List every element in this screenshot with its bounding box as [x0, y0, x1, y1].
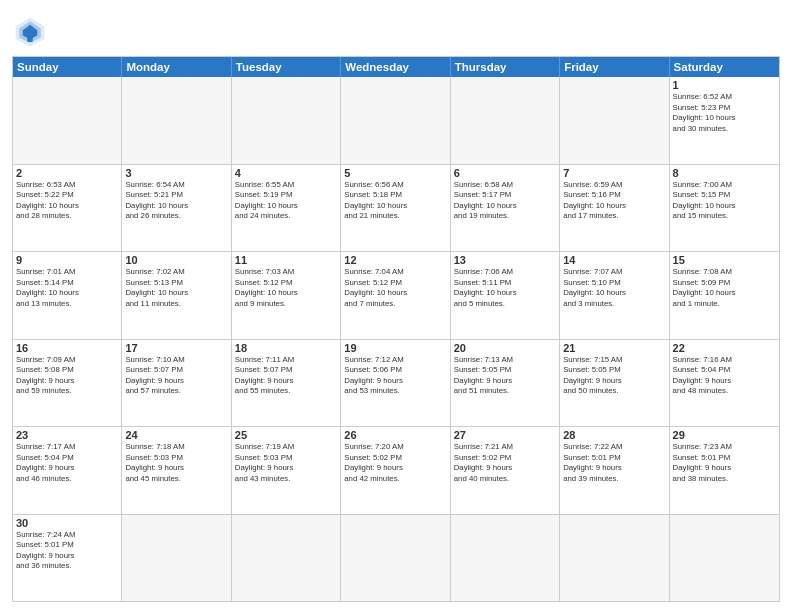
day-info: Sunrise: 7:11 AM Sunset: 5:07 PM Dayligh… — [235, 355, 337, 397]
day-number: 25 — [235, 429, 337, 441]
day-info: Sunrise: 7:18 AM Sunset: 5:03 PM Dayligh… — [125, 442, 227, 484]
calendar-cell: 14Sunrise: 7:07 AM Sunset: 5:10 PM Dayli… — [560, 252, 669, 339]
day-number: 5 — [344, 167, 446, 179]
calendar-cell — [232, 515, 341, 602]
calendar-cell: 25Sunrise: 7:19 AM Sunset: 5:03 PM Dayli… — [232, 427, 341, 514]
day-header-friday: Friday — [560, 57, 669, 77]
calendar-cell: 12Sunrise: 7:04 AM Sunset: 5:12 PM Dayli… — [341, 252, 450, 339]
calendar-cell: 7Sunrise: 6:59 AM Sunset: 5:16 PM Daylig… — [560, 165, 669, 252]
calendar-cell: 9Sunrise: 7:01 AM Sunset: 5:14 PM Daylig… — [13, 252, 122, 339]
calendar-cell: 24Sunrise: 7:18 AM Sunset: 5:03 PM Dayli… — [122, 427, 231, 514]
calendar-cell: 22Sunrise: 7:16 AM Sunset: 5:04 PM Dayli… — [670, 340, 779, 427]
calendar-cell — [451, 77, 560, 164]
calendar-cell: 4Sunrise: 6:55 AM Sunset: 5:19 PM Daylig… — [232, 165, 341, 252]
day-info: Sunrise: 7:10 AM Sunset: 5:07 PM Dayligh… — [125, 355, 227, 397]
day-number: 20 — [454, 342, 556, 354]
day-info: Sunrise: 7:13 AM Sunset: 5:05 PM Dayligh… — [454, 355, 556, 397]
day-number: 29 — [673, 429, 776, 441]
day-info: Sunrise: 7:08 AM Sunset: 5:09 PM Dayligh… — [673, 267, 776, 309]
day-info: Sunrise: 6:55 AM Sunset: 5:19 PM Dayligh… — [235, 180, 337, 222]
calendar-cell: 27Sunrise: 7:21 AM Sunset: 5:02 PM Dayli… — [451, 427, 560, 514]
day-header-sunday: Sunday — [13, 57, 122, 77]
calendar-cell: 26Sunrise: 7:20 AM Sunset: 5:02 PM Dayli… — [341, 427, 450, 514]
day-info: Sunrise: 7:04 AM Sunset: 5:12 PM Dayligh… — [344, 267, 446, 309]
calendar-cell: 6Sunrise: 6:58 AM Sunset: 5:17 PM Daylig… — [451, 165, 560, 252]
day-info: Sunrise: 6:52 AM Sunset: 5:23 PM Dayligh… — [673, 92, 776, 134]
day-number: 3 — [125, 167, 227, 179]
calendar-cell: 13Sunrise: 7:06 AM Sunset: 5:11 PM Dayli… — [451, 252, 560, 339]
calendar-cell: 15Sunrise: 7:08 AM Sunset: 5:09 PM Dayli… — [670, 252, 779, 339]
header — [12, 10, 780, 50]
day-info: Sunrise: 7:20 AM Sunset: 5:02 PM Dayligh… — [344, 442, 446, 484]
calendar-cell: 2Sunrise: 6:53 AM Sunset: 5:22 PM Daylig… — [13, 165, 122, 252]
calendar-cell: 16Sunrise: 7:09 AM Sunset: 5:08 PM Dayli… — [13, 340, 122, 427]
day-number: 7 — [563, 167, 665, 179]
day-header-wednesday: Wednesday — [341, 57, 450, 77]
day-header-tuesday: Tuesday — [232, 57, 341, 77]
day-number: 30 — [16, 517, 118, 529]
day-header-saturday: Saturday — [670, 57, 779, 77]
calendar-cell: 18Sunrise: 7:11 AM Sunset: 5:07 PM Dayli… — [232, 340, 341, 427]
calendar-cell: 23Sunrise: 7:17 AM Sunset: 5:04 PM Dayli… — [13, 427, 122, 514]
day-number: 26 — [344, 429, 446, 441]
day-number: 14 — [563, 254, 665, 266]
day-number: 18 — [235, 342, 337, 354]
day-number: 24 — [125, 429, 227, 441]
day-number: 21 — [563, 342, 665, 354]
calendar-cell: 8Sunrise: 7:00 AM Sunset: 5:15 PM Daylig… — [670, 165, 779, 252]
day-info: Sunrise: 7:23 AM Sunset: 5:01 PM Dayligh… — [673, 442, 776, 484]
calendar-cell — [122, 515, 231, 602]
day-info: Sunrise: 7:16 AM Sunset: 5:04 PM Dayligh… — [673, 355, 776, 397]
day-info: Sunrise: 7:01 AM Sunset: 5:14 PM Dayligh… — [16, 267, 118, 309]
day-number: 1 — [673, 79, 776, 91]
day-info: Sunrise: 7:19 AM Sunset: 5:03 PM Dayligh… — [235, 442, 337, 484]
calendar-cell: 11Sunrise: 7:03 AM Sunset: 5:12 PM Dayli… — [232, 252, 341, 339]
calendar-cell: 29Sunrise: 7:23 AM Sunset: 5:01 PM Dayli… — [670, 427, 779, 514]
logo-icon — [12, 14, 48, 50]
calendar-cell — [13, 77, 122, 164]
day-info: Sunrise: 7:06 AM Sunset: 5:11 PM Dayligh… — [454, 267, 556, 309]
day-info: Sunrise: 7:12 AM Sunset: 5:06 PM Dayligh… — [344, 355, 446, 397]
logo — [12, 14, 52, 50]
day-number: 4 — [235, 167, 337, 179]
day-info: Sunrise: 6:53 AM Sunset: 5:22 PM Dayligh… — [16, 180, 118, 222]
day-number: 23 — [16, 429, 118, 441]
day-info: Sunrise: 7:15 AM Sunset: 5:05 PM Dayligh… — [563, 355, 665, 397]
calendar-cell: 1Sunrise: 6:52 AM Sunset: 5:23 PM Daylig… — [670, 77, 779, 164]
day-info: Sunrise: 7:24 AM Sunset: 5:01 PM Dayligh… — [16, 530, 118, 572]
day-number: 10 — [125, 254, 227, 266]
calendar-cell — [560, 77, 669, 164]
calendar: SundayMondayTuesdayWednesdayThursdayFrid… — [12, 56, 780, 602]
day-header-thursday: Thursday — [451, 57, 560, 77]
day-number: 8 — [673, 167, 776, 179]
calendar-cell — [341, 515, 450, 602]
day-info: Sunrise: 7:17 AM Sunset: 5:04 PM Dayligh… — [16, 442, 118, 484]
calendar-cell: 19Sunrise: 7:12 AM Sunset: 5:06 PM Dayli… — [341, 340, 450, 427]
day-number: 13 — [454, 254, 556, 266]
day-number: 9 — [16, 254, 118, 266]
day-info: Sunrise: 6:54 AM Sunset: 5:21 PM Dayligh… — [125, 180, 227, 222]
day-info: Sunrise: 7:02 AM Sunset: 5:13 PM Dayligh… — [125, 267, 227, 309]
calendar-cell — [560, 515, 669, 602]
calendar-cell: 5Sunrise: 6:56 AM Sunset: 5:18 PM Daylig… — [341, 165, 450, 252]
calendar-cell: 17Sunrise: 7:10 AM Sunset: 5:07 PM Dayli… — [122, 340, 231, 427]
calendar-cell: 30Sunrise: 7:24 AM Sunset: 5:01 PM Dayli… — [13, 515, 122, 602]
day-info: Sunrise: 6:56 AM Sunset: 5:18 PM Dayligh… — [344, 180, 446, 222]
calendar-week-2: 2Sunrise: 6:53 AM Sunset: 5:22 PM Daylig… — [13, 164, 779, 252]
day-info: Sunrise: 7:22 AM Sunset: 5:01 PM Dayligh… — [563, 442, 665, 484]
day-info: Sunrise: 6:59 AM Sunset: 5:16 PM Dayligh… — [563, 180, 665, 222]
calendar-week-5: 23Sunrise: 7:17 AM Sunset: 5:04 PM Dayli… — [13, 426, 779, 514]
day-number: 15 — [673, 254, 776, 266]
calendar-cell: 21Sunrise: 7:15 AM Sunset: 5:05 PM Dayli… — [560, 340, 669, 427]
day-info: Sunrise: 7:21 AM Sunset: 5:02 PM Dayligh… — [454, 442, 556, 484]
day-number: 12 — [344, 254, 446, 266]
day-number: 19 — [344, 342, 446, 354]
svg-rect-4 — [27, 34, 32, 42]
calendar-header: SundayMondayTuesdayWednesdayThursdayFrid… — [13, 57, 779, 77]
calendar-cell: 10Sunrise: 7:02 AM Sunset: 5:13 PM Dayli… — [122, 252, 231, 339]
calendar-cell: 20Sunrise: 7:13 AM Sunset: 5:05 PM Dayli… — [451, 340, 560, 427]
day-info: Sunrise: 7:07 AM Sunset: 5:10 PM Dayligh… — [563, 267, 665, 309]
day-number: 22 — [673, 342, 776, 354]
day-number: 6 — [454, 167, 556, 179]
calendar-week-6: 30Sunrise: 7:24 AM Sunset: 5:01 PM Dayli… — [13, 514, 779, 602]
